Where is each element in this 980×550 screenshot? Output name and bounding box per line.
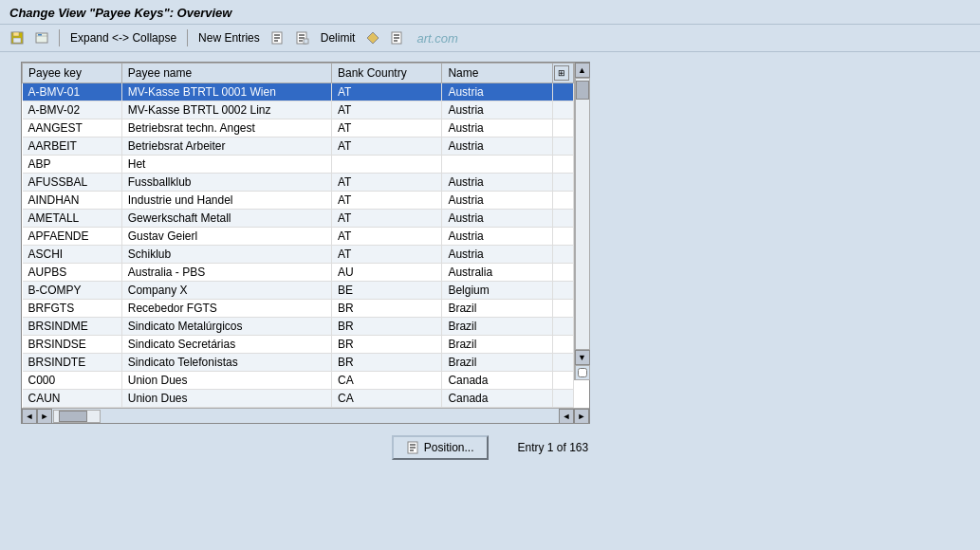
scroll-up-button[interactable]: ▲ bbox=[575, 63, 590, 78]
cell-name: Austria bbox=[442, 228, 552, 246]
select-all-checkbox[interactable] bbox=[575, 365, 590, 380]
delimit-icon-1[interactable] bbox=[363, 28, 382, 47]
table-row[interactable]: AFUSSBALFussballklubATAustria bbox=[23, 174, 574, 192]
cell-name: Austria bbox=[442, 138, 552, 156]
cell-payee_name: Industrie und Handel bbox=[121, 192, 331, 210]
scroll-down-button[interactable]: ▼ bbox=[575, 350, 590, 365]
cell-empty bbox=[552, 372, 573, 390]
cell-payee_key: AANGEST bbox=[23, 119, 122, 138]
svg-marker-15 bbox=[367, 32, 379, 44]
cell-empty bbox=[552, 192, 573, 210]
cell-empty bbox=[552, 174, 573, 192]
cell-name: Brazil bbox=[442, 336, 552, 354]
table-container: Payee key Payee name Bank Country Name ⊞… bbox=[21, 62, 590, 424]
cell-bank_country: AT bbox=[332, 101, 442, 119]
cell-name: Belgium bbox=[442, 282, 552, 300]
save-icon[interactable] bbox=[8, 28, 27, 47]
cell-payee_key: C000 bbox=[23, 372, 122, 390]
cell-empty bbox=[552, 138, 573, 156]
table-row[interactable]: BRSINDTESindicato TelefonistasBRBrazil bbox=[23, 354, 574, 372]
new-entries-icon-2[interactable] bbox=[293, 28, 312, 47]
toolbar: Expand <-> Collapse New Entries Delimit bbox=[0, 25, 980, 52]
table-row[interactable]: C000Union DuesCACanada bbox=[23, 372, 574, 390]
cell-bank_country: BR bbox=[332, 318, 442, 336]
cell-payee_name: Union Dues bbox=[121, 390, 331, 408]
table-row[interactable]: BRSINDSESindicato SecretáriasBRBrazil bbox=[23, 336, 574, 354]
cell-empty bbox=[552, 83, 573, 101]
cell-bank_country: AT bbox=[332, 83, 442, 101]
scroll-thumb[interactable] bbox=[576, 81, 589, 100]
horizontal-scrollbar[interactable]: ◄ ► ◄ ► bbox=[22, 408, 589, 423]
cell-payee_name: Schiklub bbox=[121, 246, 331, 264]
delimit-icon-2[interactable] bbox=[388, 28, 407, 47]
table-row[interactable]: APFAENDEGustav GeierlATAustria bbox=[23, 228, 574, 246]
cell-payee_name: MV-Kasse BTRTL 0002 Linz bbox=[121, 101, 331, 119]
cell-bank_country: BR bbox=[332, 336, 442, 354]
cell-name: Canada bbox=[442, 390, 552, 408]
cell-bank_country bbox=[332, 156, 442, 174]
table-row[interactable]: BRFGTSRecebedor FGTSBRBrazil bbox=[23, 300, 574, 318]
cell-bank_country: BE bbox=[332, 282, 442, 300]
cell-empty bbox=[552, 300, 573, 318]
position-button[interactable]: Position... bbox=[392, 435, 490, 460]
cell-payee_name: Sindicato Secretárias bbox=[121, 336, 331, 354]
table-row[interactable]: A-BMV-01MV-Kasse BTRTL 0001 WienATAustri… bbox=[23, 83, 574, 101]
new-entries-button[interactable]: New Entries bbox=[195, 29, 263, 46]
cell-payee_key: APFAENDE bbox=[23, 228, 122, 246]
table-row[interactable]: CAUNUnion DuesCACanada bbox=[23, 390, 574, 408]
cell-empty bbox=[552, 282, 573, 300]
table-row[interactable]: AINDHANIndustrie und HandelATAustria bbox=[23, 192, 574, 210]
cell-payee_name: Sindicato Telefonistas bbox=[121, 354, 331, 372]
cell-payee_key: BRSINDTE bbox=[23, 354, 122, 372]
col-header-payee-key: Payee key bbox=[23, 64, 122, 83]
cell-empty bbox=[552, 156, 573, 174]
cell-name: Brazil bbox=[442, 318, 552, 336]
cell-payee_name: Australia - PBS bbox=[121, 264, 331, 282]
cell-name: Austria bbox=[442, 210, 552, 228]
svg-rect-2 bbox=[13, 38, 21, 43]
cell-payee_key: ABP bbox=[23, 156, 122, 174]
cell-bank_country: BR bbox=[332, 354, 442, 372]
cell-name: Austria bbox=[442, 119, 552, 138]
cell-name: Australia bbox=[442, 264, 552, 282]
table-row[interactable]: AMETALLGewerkschaft MetallATAustria bbox=[23, 210, 574, 228]
new-entries-icon-1[interactable] bbox=[268, 28, 287, 47]
table-row[interactable]: ABPHet bbox=[23, 156, 574, 174]
h-scroll-thumb[interactable] bbox=[59, 411, 87, 422]
table-row[interactable]: AANGESTBetriebsrat techn. AngestATAustri… bbox=[23, 119, 574, 138]
table-row[interactable]: BRSINDMESindicato MetalúrgicosBRBrazil bbox=[23, 318, 574, 336]
expand-collapse-button[interactable]: Expand <-> Collapse bbox=[67, 29, 179, 46]
cell-empty bbox=[552, 336, 573, 354]
table-row[interactable]: ASCHISchiklubATAustria bbox=[23, 246, 574, 264]
vertical-scrollbar[interactable]: ▲ ▼ bbox=[574, 63, 589, 380]
table-row[interactable]: AUPBSAustralia - PBSAUAustralia bbox=[23, 264, 574, 282]
table-header-row: Payee key Payee name Bank Country Name ⊞ bbox=[23, 64, 574, 83]
scroll-left-button[interactable]: ◄ bbox=[22, 409, 37, 424]
scroll-track bbox=[575, 78, 590, 350]
cell-payee_name: Fussballklub bbox=[121, 174, 331, 192]
cell-bank_country: AT bbox=[332, 228, 442, 246]
table-row[interactable]: AARBEITBetriebsrat ArbeiterATAustria bbox=[23, 138, 574, 156]
cell-payee_name: Gustav Geierl bbox=[121, 228, 331, 246]
cell-empty bbox=[552, 354, 573, 372]
cell-payee_key: AUPBS bbox=[23, 264, 122, 282]
col-header-payee-name: Payee name bbox=[121, 64, 331, 83]
cell-name: Austria bbox=[442, 174, 552, 192]
delimit-button[interactable]: Delimit bbox=[318, 29, 359, 46]
table-row[interactable]: B-COMPYCompany XBEBelgium bbox=[23, 282, 574, 300]
cell-name: Austria bbox=[442, 192, 552, 210]
scroll-left-end-button[interactable]: ◄ bbox=[559, 409, 574, 424]
local-data-icon[interactable] bbox=[32, 28, 51, 47]
cell-payee_name: Company X bbox=[121, 282, 331, 300]
col-settings-header[interactable]: ⊞ bbox=[552, 64, 573, 83]
scroll-right-button[interactable]: ► bbox=[37, 409, 52, 424]
svg-rect-1 bbox=[13, 32, 19, 36]
cell-bank_country: AU bbox=[332, 264, 442, 282]
separator-1 bbox=[59, 29, 60, 46]
scroll-right-end-button[interactable]: ► bbox=[574, 409, 589, 424]
cell-payee_key: ASCHI bbox=[23, 246, 122, 264]
svg-rect-14 bbox=[304, 39, 308, 44]
cell-bank_country: AT bbox=[332, 119, 442, 138]
table-row[interactable]: A-BMV-02MV-Kasse BTRTL 0002 LinzATAustri… bbox=[23, 101, 574, 119]
cell-payee_name: Recebedor FGTS bbox=[121, 300, 331, 318]
